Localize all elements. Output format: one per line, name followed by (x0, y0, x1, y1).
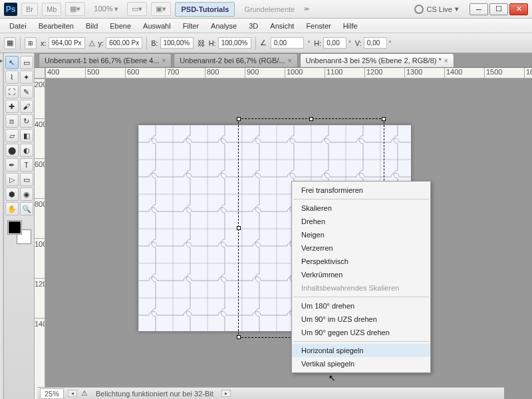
menu-auswahl[interactable]: Auswahl (138, 20, 176, 32)
status-zoom[interactable]: 25% (40, 388, 64, 399)
vskew-input[interactable]: 0,00 (364, 37, 387, 49)
move-tool[interactable]: ↖ (5, 56, 19, 69)
screen-mode-button[interactable]: ▣▾ (151, 2, 171, 16)
history-brush-tool[interactable]: ↻ (20, 114, 33, 128)
link-icon[interactable]: ⛓ (198, 39, 205, 47)
doc-tab-0[interactable]: Unbenannt-1 bei 66,7% (Ebene 4...× (39, 53, 172, 67)
cslive-icon (414, 5, 424, 14)
ruler-vertical[interactable]: 200400600800100012001400 (35, 78, 45, 399)
context-item[interactable]: Um 90° im UZS drehen (292, 313, 430, 326)
delta-icon[interactable]: △ (89, 39, 94, 47)
options-bar: ▦ ⊞ x:964,00 Px △ y:600,00 Px B:100,00% … (0, 33, 532, 53)
tab-close-icon[interactable]: × (162, 57, 166, 65)
context-item[interactable]: Perspektivisch (292, 255, 430, 268)
menu-fenster[interactable]: Fenster (301, 20, 336, 32)
color-swatches[interactable] (8, 221, 31, 243)
dodge-tool[interactable]: ◐ (20, 144, 33, 157)
context-item[interactable]: Verzerren (292, 241, 430, 255)
transform-handle-sw[interactable] (237, 335, 241, 339)
minibridge-button[interactable]: Mb (42, 3, 61, 16)
shape-tool[interactable]: ▭ (20, 173, 33, 186)
context-item[interactable]: Drehen (292, 215, 430, 228)
ruler-tick: 1400 (35, 318, 45, 358)
hskew-input[interactable]: 0,00 (323, 37, 346, 49)
ruler-horizontal[interactable]: 4005006007008009001000110012001300140015… (45, 68, 532, 78)
height-input[interactable]: 100,00% (218, 37, 251, 49)
angle-input[interactable]: 0,00 (271, 37, 304, 49)
type-tool[interactable]: T (20, 158, 33, 172)
context-item[interactable]: Skalieren (292, 201, 430, 215)
workspace-more[interactable]: ≫ (304, 6, 309, 12)
marquee-tool[interactable]: ▭ (20, 56, 33, 69)
y-input[interactable]: 600,00 Px (106, 37, 142, 49)
hand-tool[interactable]: ✋ (5, 202, 19, 215)
menu-filter[interactable]: Filter (178, 20, 204, 32)
menu-ansicht[interactable]: Ansicht (265, 20, 299, 32)
context-item[interactable]: Horizontal spiegeln (292, 344, 430, 357)
lasso-tool[interactable]: ⌇ (5, 70, 19, 84)
menu-bearbeiten[interactable]: Bearbeiten (33, 20, 79, 32)
menu-datei[interactable]: Datei (4, 20, 32, 32)
pen-tool[interactable]: ✒ (5, 158, 19, 172)
tool-preset-button[interactable]: ▦ (4, 37, 16, 49)
canvas-viewport[interactable] (45, 78, 532, 399)
menu-analyse[interactable]: Analyse (205, 20, 242, 32)
ruler-tick: 1000 (285, 68, 325, 78)
x-input[interactable]: 964,00 Px (49, 37, 85, 49)
menu-3d[interactable]: 3D (243, 20, 263, 32)
crop-tool[interactable]: ⛶ (5, 85, 19, 98)
context-item[interactable]: Um 180° drehen (292, 299, 430, 313)
transform-handle-w[interactable] (237, 226, 241, 230)
menu-hilfe[interactable]: Hilfe (338, 20, 363, 32)
3d-tool[interactable]: ⬢ (5, 188, 19, 201)
context-item[interactable]: Verkrümmen (292, 268, 430, 281)
context-item[interactable]: Frei transformieren (292, 184, 430, 197)
tab-close-icon[interactable]: × (288, 57, 292, 65)
doc-tab-1[interactable]: Unbenannt-2 bei 66,7% (RGB/...× (174, 53, 297, 67)
brush-tool[interactable]: 🖌 (20, 100, 33, 113)
reference-point-grid[interactable]: ⊞ (25, 37, 37, 49)
arrange-button[interactable]: ▭▾ (127, 2, 147, 16)
workspace-grundelemente[interactable]: Grundelemente (239, 3, 300, 16)
width-input[interactable]: 100,00% (160, 37, 194, 49)
doc-tab-2[interactable]: Unbenannt-3 bei 25% (Ebene 2, RGB/8) *× (300, 53, 454, 67)
context-menu: Frei transformierenSkalierenDrehenNeigen… (291, 181, 431, 373)
tab-close-icon[interactable]: × (444, 57, 448, 65)
stamp-tool[interactable]: ⧈ (5, 114, 19, 128)
transform-handle-nw[interactable] (237, 117, 241, 121)
ruler-origin[interactable] (35, 68, 45, 78)
menu-bild[interactable]: Bild (80, 20, 103, 32)
gradient-tool[interactable]: ◧ (20, 129, 33, 142)
context-item[interactable]: Vertikal spiegeln (292, 357, 430, 370)
menu-ebene[interactable]: Ebene (104, 20, 136, 32)
context-item[interactable]: Neigen (292, 228, 430, 241)
ruler-tick: 200 (35, 78, 45, 118)
view-extras-button[interactable]: ▦▾ (65, 2, 85, 16)
foreground-color[interactable] (8, 221, 21, 234)
status-next-icon[interactable]: ▸ (221, 390, 231, 397)
cslive-button[interactable]: CS Live ▾ (412, 5, 462, 14)
zoom-tool[interactable]: 🔍 (20, 202, 33, 215)
zoom-display[interactable]: 100% ▾ (89, 2, 123, 16)
ruler-tick: 900 (245, 68, 285, 78)
healing-tool[interactable]: ✚ (5, 100, 19, 113)
magic-wand-tool[interactable]: ✦ (20, 70, 33, 84)
bridge-button[interactable]: Br (21, 3, 38, 16)
close-button[interactable]: ✕ (509, 3, 528, 15)
menubar: Datei Bearbeiten Bild Ebene Auswahl Filt… (0, 19, 532, 33)
transform-handle-ne[interactable] (382, 117, 386, 121)
status-prev-icon[interactable]: ◂ (68, 390, 77, 397)
transform-handle-n[interactable] (309, 117, 313, 121)
workspace-psd-tutorials[interactable]: PSD-Tutorials (175, 2, 235, 17)
3d-camera-tool[interactable]: ◉ (20, 188, 33, 201)
context-item[interactable]: Um 90° gegen UZS drehen (292, 326, 430, 339)
minimize-button[interactable]: ─ (469, 3, 488, 15)
path-select-tool[interactable]: ▷ (5, 173, 19, 186)
eraser-tool[interactable]: ▱ (5, 129, 19, 142)
eyedropper-tool[interactable]: ✎ (20, 85, 33, 98)
blur-tool[interactable]: ⬤ (5, 144, 19, 157)
angle-icon: ∠ (260, 39, 267, 47)
maximize-button[interactable]: ☐ (489, 3, 508, 15)
ruler-tick: 700 (165, 68, 205, 78)
context-item: Inhaltsbewahrendes Skalieren (292, 281, 430, 295)
